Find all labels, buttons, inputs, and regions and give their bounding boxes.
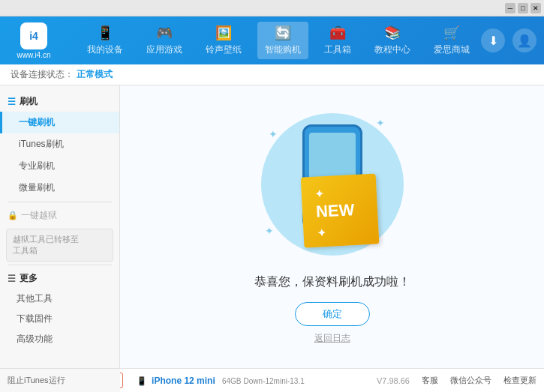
nav-toolbox-label: 工具箱	[324, 43, 351, 56]
sidebar-item-pro-flash[interactable]: 专业刷机	[0, 155, 119, 177]
nav-apps-games-label: 应用游戏	[146, 43, 182, 56]
status-bar: 设备连接状态： 正常模式	[0, 64, 544, 85]
apps-games-icon: 🎮	[156, 25, 173, 41]
download-button[interactable]: ⬇	[481, 28, 505, 52]
nav-apps-games[interactable]: 🎮 应用游戏	[139, 22, 190, 59]
content-area: ✦ ✦ ✦ NEW 恭喜您，保资料刷机成功啦！ 确定 返回日志	[120, 85, 544, 368]
stop-itunes-footer[interactable]: 阻止iTunes运行	[8, 375, 65, 386]
wechat-link[interactable]: 微信公众号	[450, 375, 491, 386]
device-icon: 📱	[137, 376, 147, 385]
sidebar-item-micro-flash[interactable]: 微量刷机	[0, 177, 119, 199]
sparkle-3: ✦	[265, 225, 274, 237]
device-storage: 64GB	[222, 377, 242, 385]
success-message: 恭喜您，保资料刷机成功啦！	[254, 274, 410, 290]
status-label: 设备连接状态：	[11, 68, 74, 81]
phone-illustration-container: ✦ ✦ ✦ NEW	[257, 109, 407, 259]
sidebar-divider-2	[8, 265, 112, 265]
sidebar: ☰ 刷机 一键刷机 iTunes刷机 专业刷机 微量刷机 🔒 一键越狱 越狱工具…	[0, 85, 120, 368]
nav-shop-label: 爱思商城	[434, 43, 470, 56]
window-controls: ─ □ ✕	[505, 3, 541, 13]
logo-text: i4	[29, 30, 38, 42]
device-info: 📱 iPhone 12 mini 64GB Down-12mini-13.1	[137, 376, 305, 386]
nav-bar: 📱 我的设备 🎮 应用游戏 🖼️ 铃声壁纸 🔄 智能购机 🧰 工具箱 📚 教程中…	[75, 22, 481, 59]
nav-toolbox[interactable]: 🧰 工具箱	[317, 22, 359, 59]
new-badge: NEW	[300, 173, 379, 247]
back-link[interactable]: 返回日志	[314, 332, 350, 345]
sidebar-item-download-firmware[interactable]: 下载固件	[0, 309, 119, 329]
sidebar-locked-text1: 越狱工具已转移至	[13, 235, 79, 244]
status-value: 正常模式	[77, 68, 113, 81]
nav-my-device-label: 我的设备	[87, 43, 123, 56]
nav-shop[interactable]: 🛒 爱思商城	[426, 22, 477, 59]
sidebar-section-more: ☰ 更多	[0, 268, 119, 289]
sidebar-item-itunes-flash-label: iTunes刷机	[19, 139, 64, 149]
nav-tutorial-label: 教程中心	[374, 43, 410, 56]
device-model: Down-12mini-13.1	[244, 377, 305, 385]
sidebar-section-flash: ☰ 刷机	[0, 91, 119, 112]
main-area: ☰ 刷机 一键刷机 iTunes刷机 专业刷机 微量刷机 🔒 一键越狱 越狱工具…	[0, 85, 544, 368]
toolbox-icon: 🧰	[329, 25, 346, 41]
sidebar-section-more-label: 更多	[20, 272, 38, 285]
tutorial-icon: 📚	[384, 25, 401, 41]
sparkle-2: ✦	[376, 117, 385, 129]
sidebar-item-download-firmware-label: 下载固件	[17, 313, 53, 324]
sidebar-item-advanced-func[interactable]: 高级功能	[0, 329, 119, 349]
device-name: iPhone 12 mini	[152, 376, 215, 386]
footer-right: V7.98.66 客服 微信公众号 检查更新	[377, 375, 536, 386]
nav-ringtone-label: 铃声壁纸	[206, 43, 242, 56]
sidebar-item-one-key-flash-label: 一键刷机	[19, 117, 55, 127]
nav-smart-shop-label: 智能购机	[265, 43, 301, 56]
logo-area: i4 www.i4.cn	[8, 22, 60, 59]
nav-ringtone[interactable]: 🖼️ 铃声壁纸	[198, 22, 249, 59]
sidebar-divider-1	[8, 202, 112, 202]
smart-shop-icon: 🔄	[275, 25, 291, 41]
sidebar-item-other-tools-label: 其他工具	[17, 293, 53, 304]
my-device-icon: 📱	[97, 25, 113, 41]
more-section-icon: ☰	[8, 274, 16, 284]
shop-icon: 🛒	[443, 25, 460, 41]
sidebar-item-one-key-flash[interactable]: 一键刷机	[0, 112, 119, 133]
header: i4 www.i4.cn 📱 我的设备 🎮 应用游戏 🖼️ 铃声壁纸 🔄 智能购…	[0, 16, 544, 64]
nav-smart-shop[interactable]: 🔄 智能购机	[257, 22, 308, 59]
close-button[interactable]: ✕	[530, 3, 541, 13]
logo-icon: i4	[20, 22, 47, 49]
confirm-button[interactable]: 确定	[295, 302, 370, 326]
sidebar-item-itunes-flash[interactable]: iTunes刷机	[0, 133, 119, 155]
maximize-button[interactable]: □	[518, 3, 528, 13]
title-bar: ─ □ ✕	[0, 0, 544, 16]
minimize-button[interactable]: ─	[505, 3, 515, 13]
sparkle-1: ✦	[269, 128, 278, 140]
sidebar-item-other-tools[interactable]: 其他工具	[0, 289, 119, 309]
flash-section-icon: ☰	[8, 97, 16, 107]
sidebar-locked-notice: 越狱工具已转移至 工具箱	[6, 229, 113, 262]
sidebar-item-advanced-func-label: 高级功能	[17, 334, 53, 344]
check-update-link[interactable]: 检查更新	[503, 375, 536, 386]
ringtone-icon: 🖼️	[215, 25, 232, 41]
sidebar-item-pro-flash-label: 专业刷机	[19, 160, 55, 171]
sidebar-section-flash-label: 刷机	[20, 95, 38, 108]
sidebar-item-micro-flash-label: 微量刷机	[19, 182, 55, 193]
sidebar-section-jailbreak: 🔒 一键越狱	[0, 205, 119, 226]
nav-my-device[interactable]: 📱 我的设备	[80, 22, 131, 59]
logo-url: www.i4.cn	[17, 51, 50, 59]
service-link[interactable]: 客服	[422, 375, 438, 386]
sidebar-locked-text2: 工具箱	[13, 246, 38, 255]
version-label: V7.98.66	[377, 376, 410, 385]
nav-tutorial[interactable]: 📚 教程中心	[367, 22, 418, 59]
user-button[interactable]: 👤	[512, 28, 536, 52]
nav-right: ⬇ 👤	[481, 28, 536, 52]
sidebar-section-jailbreak-label: 一键越狱	[21, 209, 57, 222]
